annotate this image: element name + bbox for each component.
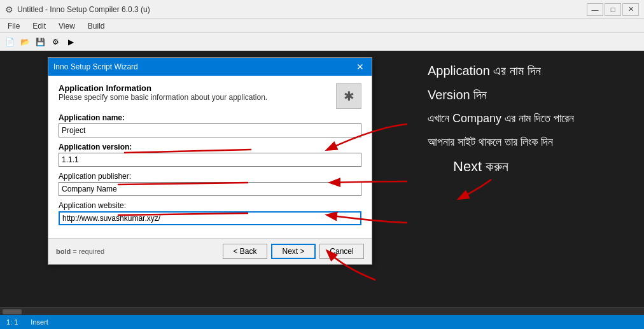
- toolbar: 📄 📂 💾 ⚙ ▶: [0, 33, 644, 51]
- app-publisher-input[interactable]: [59, 182, 361, 196]
- app-website-group: Application website:: [59, 201, 361, 225]
- footer-buttons: < Back Next > Cancel: [223, 244, 364, 259]
- next-arrow-svg: [447, 176, 510, 202]
- section-subtitle: Please specify some basic information ab…: [59, 93, 267, 102]
- ide-editor: Inno Setup Script Wizard ✕ Application I…: [0, 51, 420, 307]
- annotation-company: এখানে Company এর নাম দিতে পারেন: [428, 111, 636, 127]
- annotation-website: আপনার সাইট থাকলে তার লিংক দিন: [428, 134, 636, 150]
- footer-note: bold = required: [56, 248, 104, 255]
- app-version-label: Application version:: [59, 143, 361, 151]
- section-title: Application Information: [59, 83, 267, 93]
- app-publisher-group: Application publisher:: [59, 172, 361, 196]
- minimize-button[interactable]: —: [587, 3, 603, 16]
- menu-file[interactable]: File: [3, 20, 25, 32]
- wizard-icon: ✱: [336, 83, 361, 109]
- app-version-input[interactable]: [59, 153, 361, 167]
- open-button[interactable]: 📂: [18, 35, 32, 49]
- app-version-group: Application version:: [59, 143, 361, 167]
- dialog-body: Application Information Please specify s…: [48, 76, 372, 238]
- new-button[interactable]: 📄: [3, 35, 17, 49]
- app-name-input[interactable]: [59, 123, 361, 137]
- title-bar-text: Untitled - Inno Setup Compiler 6.0.3 (u): [17, 5, 583, 14]
- annotation-text-5: Next করুন: [453, 158, 636, 176]
- dialog-overlay: Inno Setup Script Wizard ✕ Application I…: [0, 51, 420, 307]
- section-info: Application Information Please specify s…: [59, 83, 267, 109]
- dialog-title-bar: Inno Setup Script Wizard ✕: [48, 58, 372, 76]
- app-name-group: Application name:: [59, 113, 361, 137]
- annotation-text-2: Version দিন: [428, 87, 636, 103]
- app-website-label: Application website:: [59, 201, 361, 210]
- run-button[interactable]: ▶: [64, 35, 78, 49]
- dialog-title-text: Inno Setup Script Wizard: [53, 62, 354, 71]
- close-button[interactable]: ✕: [622, 3, 639, 16]
- app-name-label: Application name:: [59, 113, 361, 122]
- app-publisher-label: Application publisher:: [59, 172, 361, 181]
- window-controls: — □ ✕: [587, 3, 639, 16]
- cancel-button[interactable]: Cancel: [319, 244, 364, 259]
- status-bar: 1: 1 Insert: [0, 315, 644, 329]
- section-header: Application Information Please specify s…: [59, 83, 361, 109]
- annotation-panel: Application এর নাম দিন Version দিন এখানে…: [420, 51, 644, 307]
- app-icon: ⚙: [5, 4, 13, 15]
- wizard-dialog: Inno Setup Script Wizard ✕ Application I…: [48, 57, 372, 265]
- maximize-button[interactable]: □: [605, 3, 621, 16]
- app-website-input[interactable]: [59, 211, 361, 225]
- annotation-next: Next করুন: [428, 158, 636, 202]
- dialog-close-button[interactable]: ✕: [354, 60, 367, 73]
- scrollbar-thumb[interactable]: [3, 309, 22, 314]
- dialog-footer: bold = required < Back Next > Cancel: [48, 238, 372, 264]
- main-content: Inno Setup Script Wizard ✕ Application I…: [0, 51, 644, 307]
- annotation-text-4: আপনার সাইট থাকলে তার লিংক দিন: [428, 134, 636, 150]
- annotation-version: Version দিন: [428, 87, 636, 103]
- menu-build[interactable]: Build: [83, 20, 110, 32]
- back-button[interactable]: < Back: [223, 244, 267, 259]
- next-button[interactable]: Next >: [271, 244, 316, 259]
- editor-mode: Insert: [31, 318, 48, 326]
- scrollbar[interactable]: [0, 307, 644, 315]
- menu-bar: File Edit View Build: [0, 19, 644, 33]
- cursor-position: 1: 1: [6, 318, 18, 326]
- menu-view[interactable]: View: [53, 20, 80, 32]
- settings-button[interactable]: ⚙: [48, 35, 62, 49]
- annotation-app-name: Application এর নাম দিন: [428, 62, 636, 79]
- title-bar: ⚙ Untitled - Inno Setup Compiler 6.0.3 (…: [0, 0, 644, 19]
- annotation-text-1: Application এর নাম দিন: [428, 62, 636, 79]
- save-button[interactable]: 💾: [33, 35, 47, 49]
- annotation-text-3: এখানে Company এর নাম দিতে পারেন: [428, 111, 636, 127]
- menu-edit[interactable]: Edit: [27, 20, 51, 32]
